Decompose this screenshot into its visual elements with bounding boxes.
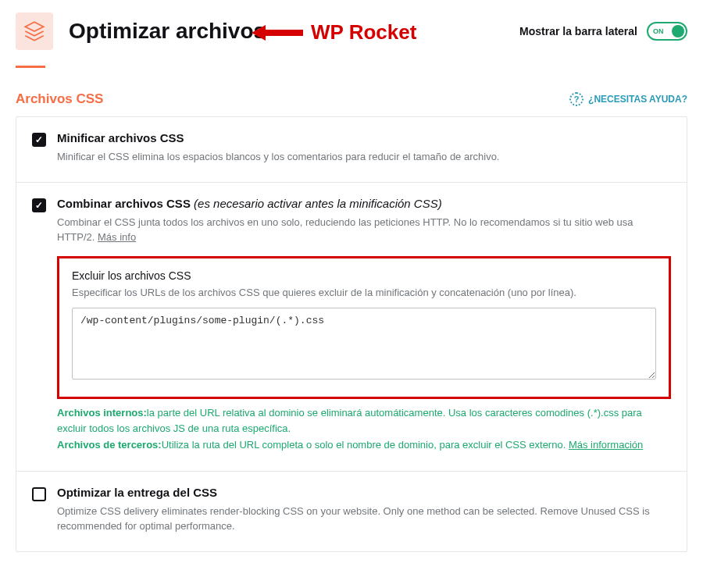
combine-more-info-link[interactable]: Más info <box>98 231 136 243</box>
setting-content: Minificar archivos CSS Minificar el CSS … <box>57 131 671 165</box>
header-left: Optimizar archivos <box>16 12 266 50</box>
section-header: Archivos CSS ? ¿NECESITAS AYUDA? <box>16 91 687 116</box>
combine-label-note: (es necesario activar antes la minificac… <box>194 197 442 210</box>
hint-block: Archivos internos:la parte del URL relat… <box>57 405 671 454</box>
setting-row-combine: Combinar archivos CSS (es necesario acti… <box>16 183 687 472</box>
arrow-left-icon <box>250 22 305 44</box>
section-title: Archivos CSS <box>16 91 103 107</box>
sidebar-toggle[interactable]: ON <box>647 22 687 41</box>
minify-desc: Minificar el CSS elimina los espacios bl… <box>57 149 671 165</box>
setting-row-optimize-delivery: Optimizar la entrega del CSS Optimize CS… <box>16 472 687 551</box>
setting-content: Combinar archivos CSS (es necesario acti… <box>57 197 671 454</box>
hint-thirdparty-link[interactable]: Más información <box>569 439 643 451</box>
exclude-box: Excluir los archivos CSS Especificar los… <box>57 256 671 399</box>
files-icon <box>16 12 53 50</box>
hint-thirdparty-text: Utiliza la ruta del URL completa o solo … <box>162 439 566 451</box>
header-right: Mostrar la barra lateral ON <box>519 22 687 41</box>
exclude-desc: Especificar los URLs de los archivos CSS… <box>72 287 656 298</box>
page-title: Optimizar archivos <box>69 19 266 44</box>
toggle-state-text: ON <box>653 27 664 35</box>
page-header: Optimizar archivos WP Rocket Mostrar la … <box>16 12 687 66</box>
combine-label: Combinar archivos CSS (es necesario acti… <box>57 197 671 210</box>
annotation-overlay: WP Rocket <box>250 20 416 45</box>
optimize-delivery-desc: Optimize CSS delivery eliminates render-… <box>57 504 671 534</box>
minify-checkbox[interactable] <box>32 133 46 147</box>
help-text: ¿NECESITAS AYUDA? <box>588 94 687 105</box>
toggle-knob <box>672 25 684 37</box>
annotation-text: WP Rocket <box>311 20 416 45</box>
setting-content: Optimizar la entrega del CSS Optimize CS… <box>57 486 671 534</box>
help-icon: ? <box>569 92 583 106</box>
setting-row-minify: Minificar archivos CSS Minificar el CSS … <box>16 117 687 183</box>
minify-label: Minificar archivos CSS <box>57 131 671 144</box>
help-link[interactable]: ? ¿NECESITAS AYUDA? <box>569 92 687 106</box>
sidebar-toggle-label: Mostrar la barra lateral <box>519 25 637 37</box>
exclude-title: Excluir los archivos CSS <box>72 269 656 282</box>
optimize-delivery-label: Optimizar la entrega del CSS <box>57 486 671 499</box>
optimize-delivery-checkbox[interactable] <box>32 487 46 501</box>
settings-panel: Minificar archivos CSS Minificar el CSS … <box>16 116 687 552</box>
exclude-textarea[interactable] <box>72 308 656 380</box>
combine-desc-text: Combinar el CSS junta todos los archivos… <box>57 216 633 244</box>
combine-checkbox[interactable] <box>32 198 46 212</box>
hint-thirdparty-bold: Archivos de terceros: <box>57 439 162 451</box>
tab-indicator <box>16 66 45 68</box>
combine-desc: Combinar el CSS junta todos los archivos… <box>57 215 671 245</box>
hint-internal-bold: Archivos internos: <box>57 407 147 419</box>
combine-label-text: Combinar archivos CSS <box>57 197 191 210</box>
